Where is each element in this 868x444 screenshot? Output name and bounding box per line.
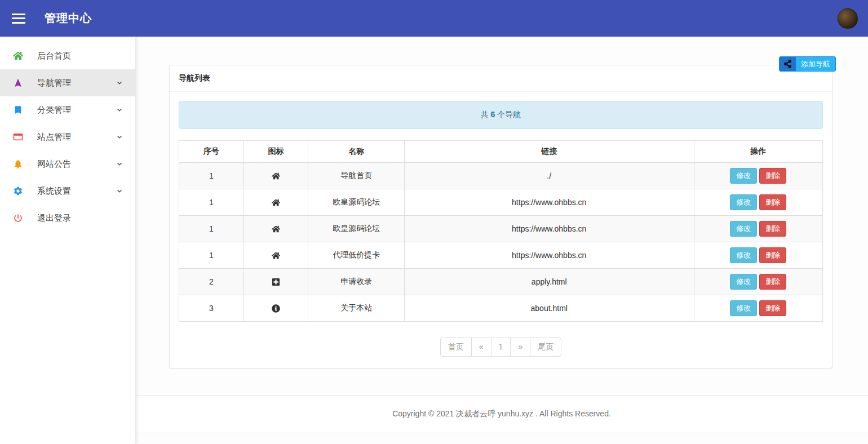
sidebar-item-label: 系统设置 bbox=[37, 186, 71, 197]
row-icon-cell bbox=[243, 242, 308, 269]
row-icon-cell bbox=[243, 189, 308, 216]
delete-button[interactable]: 删除 bbox=[759, 221, 786, 237]
row-icon-cell bbox=[243, 269, 308, 295]
row-link: ./ bbox=[404, 163, 694, 189]
nav-count-alert: 共 6 个导航 bbox=[179, 101, 823, 129]
row-name: 关于本站 bbox=[308, 295, 405, 322]
chevron-down-icon bbox=[115, 187, 124, 196]
row-icon-cell bbox=[243, 295, 308, 322]
row-actions: 修改删除 bbox=[694, 189, 822, 216]
delete-button[interactable]: 删除 bbox=[759, 194, 786, 210]
delete-button[interactable]: 删除 bbox=[759, 247, 786, 263]
page-inner: 导航列表 共 6 个导航 序号图标名称链接操作 1导航首页./修改删除1欧皇源码… bbox=[135, 37, 868, 368]
table-header-cell: 名称 bbox=[308, 141, 405, 163]
delete-button[interactable]: 删除 bbox=[759, 274, 786, 290]
row-actions: 修改删除 bbox=[694, 269, 822, 295]
home-icon bbox=[272, 251, 280, 260]
app-title: 管理中心 bbox=[45, 11, 92, 26]
user-avatar[interactable] bbox=[838, 8, 858, 29]
sidebar-item-site[interactable]: 站点管理 bbox=[0, 123, 135, 150]
add-nav-label: 添加导航 bbox=[796, 59, 835, 69]
home-icon bbox=[11, 51, 25, 61]
home-icon bbox=[272, 198, 280, 207]
admin-app: 管理中心 后台首页导航管理分类管理站点管理网站公告系统设置退出登录 添加导航 导… bbox=[0, 0, 868, 444]
sidebar-item-home[interactable]: 后台首页 bbox=[0, 42, 135, 69]
delete-button[interactable]: 删除 bbox=[759, 168, 786, 184]
share-icon bbox=[780, 57, 796, 71]
nav-list-card: 导航列表 共 6 个导航 序号图标名称链接操作 1导航首页./修改删除1欧皇源码… bbox=[169, 65, 832, 368]
row-index: 1 bbox=[179, 189, 244, 216]
sidebar-item-label: 退出登录 bbox=[37, 213, 71, 224]
pagination-first[interactable]: 首页 bbox=[440, 338, 472, 357]
chevron-down-icon bbox=[115, 132, 124, 141]
home-icon bbox=[272, 171, 280, 180]
card-title: 导航列表 bbox=[170, 65, 832, 92]
row-icon-cell bbox=[243, 216, 308, 242]
row-index: 3 bbox=[179, 295, 244, 322]
row-name: 欧皇源码论坛 bbox=[308, 189, 405, 216]
sidebar-item-settings[interactable]: 系统设置 bbox=[0, 177, 135, 205]
pagination-page-1[interactable]: 1 bbox=[491, 338, 511, 357]
row-link: https://www.ohbbs.cn bbox=[404, 216, 694, 242]
edit-button[interactable]: 修改 bbox=[730, 247, 757, 263]
sidebar: 后台首页导航管理分类管理站点管理网站公告系统设置退出登录 bbox=[0, 37, 135, 444]
gear-icon bbox=[11, 186, 25, 196]
edit-button[interactable]: 修改 bbox=[730, 221, 757, 237]
table-header-cell: 序号 bbox=[179, 141, 244, 163]
row-index: 2 bbox=[179, 269, 244, 295]
pagination-last[interactable]: 尾页 bbox=[530, 338, 561, 357]
table-header-cell: 链接 bbox=[404, 141, 694, 163]
copyright-text: Copyright © 2021 决裁者云呼 yunhu.xyz . All R… bbox=[135, 409, 868, 419]
nav-table: 序号图标名称链接操作 1导航首页./修改删除1欧皇源码论坛https://www… bbox=[179, 140, 823, 322]
table-row: 3关于本站about.html修改删除 bbox=[179, 295, 823, 322]
sidebar-item-category[interactable]: 分类管理 bbox=[0, 96, 135, 123]
row-icon-cell bbox=[243, 163, 308, 189]
edit-button[interactable]: 修改 bbox=[730, 194, 757, 210]
table-header-cell: 操作 bbox=[694, 141, 822, 163]
sidebar-item-label: 网站公告 bbox=[37, 159, 71, 170]
bell-icon bbox=[11, 159, 25, 169]
pagination-prev[interactable]: « bbox=[471, 338, 491, 357]
edit-button[interactable]: 修改 bbox=[730, 274, 757, 290]
sidebar-item-logout[interactable]: 退出登录 bbox=[0, 205, 135, 232]
row-actions: 修改删除 bbox=[694, 242, 822, 269]
row-index: 1 bbox=[179, 216, 244, 242]
alert-suffix: 个导航 bbox=[495, 110, 521, 119]
delete-button[interactable]: 删除 bbox=[759, 300, 786, 316]
sidebar-item-notice[interactable]: 网站公告 bbox=[0, 150, 135, 177]
row-link: https://www.ohbbs.cn bbox=[404, 189, 694, 216]
hamburger-menu-icon[interactable] bbox=[12, 14, 25, 24]
top-bar: 管理中心 bbox=[0, 0, 868, 37]
window-icon bbox=[11, 132, 25, 142]
sidebar-item-label: 导航管理 bbox=[37, 78, 71, 88]
table-row: 1欧皇源码论坛https://www.ohbbs.cn修改删除 bbox=[179, 216, 823, 242]
table-row: 2申请收录apply.html修改删除 bbox=[179, 269, 823, 295]
table-body: 1导航首页./修改删除1欧皇源码论坛https://www.ohbbs.cn修改… bbox=[179, 163, 823, 322]
edit-button[interactable]: 修改 bbox=[730, 300, 757, 316]
plus-square-icon bbox=[272, 277, 280, 286]
row-link: https://www.ohbbs.cn bbox=[404, 242, 694, 269]
row-name: 申请收录 bbox=[308, 269, 405, 295]
table-row: 1欧皇源码论坛https://www.ohbbs.cn修改删除 bbox=[179, 189, 823, 216]
footer: Copyright © 2021 决裁者云呼 yunhu.xyz . All R… bbox=[135, 395, 868, 433]
chevron-down-icon bbox=[115, 78, 124, 87]
row-link: apply.html bbox=[404, 269, 694, 295]
pagination-next[interactable]: » bbox=[510, 338, 530, 357]
edit-button[interactable]: 修改 bbox=[730, 168, 757, 184]
sidebar-item-label: 分类管理 bbox=[37, 105, 71, 116]
row-name: 导航首页 bbox=[308, 163, 405, 189]
chevron-down-icon bbox=[115, 159, 124, 168]
power-icon bbox=[11, 213, 25, 223]
row-name: 欧皇源码论坛 bbox=[308, 216, 405, 242]
sidebar-item-nav[interactable]: 导航管理 bbox=[0, 69, 135, 96]
table-header-row: 序号图标名称链接操作 bbox=[179, 141, 823, 163]
navigation-icon bbox=[11, 78, 25, 88]
row-index: 1 bbox=[179, 163, 244, 189]
row-actions: 修改删除 bbox=[694, 216, 822, 242]
table-header-cell: 图标 bbox=[243, 141, 308, 163]
sidebar-item-label: 后台首页 bbox=[37, 51, 71, 61]
chevron-down-icon bbox=[115, 105, 124, 114]
bookmark-icon bbox=[11, 105, 25, 115]
add-nav-button[interactable]: 添加导航 bbox=[779, 56, 836, 72]
row-actions: 修改删除 bbox=[694, 295, 822, 322]
